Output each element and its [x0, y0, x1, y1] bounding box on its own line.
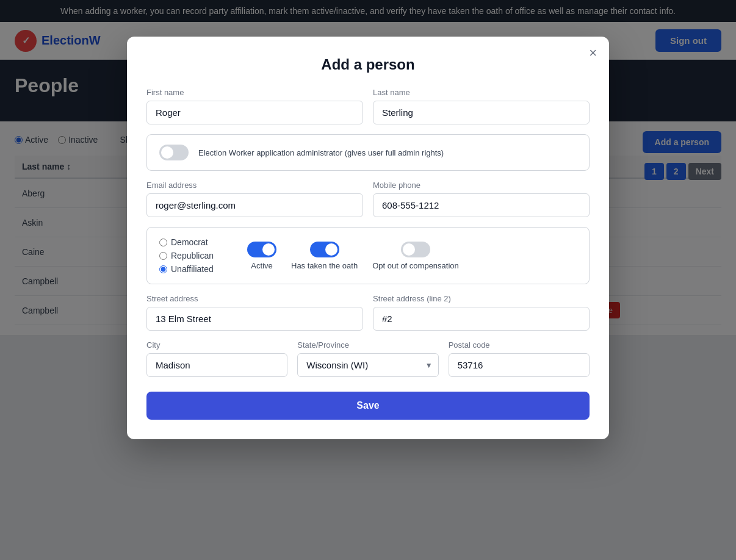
- admin-toggle-label: Election Worker application administrato…: [198, 148, 444, 157]
- email-group: Email address: [146, 181, 363, 217]
- save-button[interactable]: Save: [146, 392, 590, 420]
- phone-group: Mobile phone: [373, 181, 590, 217]
- active-label: Active: [251, 261, 272, 270]
- oath-toggle[interactable]: [310, 242, 339, 257]
- oath-toggle-group: Has taken the oath: [291, 242, 358, 270]
- postal-input[interactable]: [449, 353, 590, 377]
- modal-title: Add a person: [146, 56, 590, 73]
- admin-toggle-box: Election Worker application administrato…: [146, 134, 590, 171]
- democrat-option[interactable]: Democrat: [159, 237, 233, 247]
- optout-toggle[interactable]: [401, 242, 430, 257]
- city-state-row: City State/Province ▼ Postal code: [146, 340, 590, 377]
- city-label: City: [146, 340, 287, 350]
- state-input[interactable]: [297, 353, 438, 377]
- options-box: Democrat Republican Unaffiliated Active: [146, 227, 590, 284]
- postal-group: Postal code: [449, 340, 590, 377]
- street2-group: Street address (line 2): [373, 294, 590, 331]
- admin-toggle[interactable]: [159, 145, 189, 160]
- street-group: Street address: [146, 294, 363, 331]
- street2-label: Street address (line 2): [373, 294, 590, 303]
- name-row: First name Last name: [146, 88, 590, 124]
- street-label: Street address: [146, 294, 363, 303]
- street-input[interactable]: [146, 307, 363, 331]
- last-name-input[interactable]: [373, 101, 590, 124]
- active-toggle-group: Active: [247, 242, 276, 270]
- state-label: State/Province: [297, 340, 438, 350]
- first-name-label: First name: [146, 88, 363, 97]
- unaffiliated-option[interactable]: Unaffiliated: [159, 264, 233, 274]
- street2-input[interactable]: [373, 307, 590, 331]
- address-row: Street address Street address (line 2): [146, 294, 590, 331]
- postal-label: Postal code: [449, 340, 590, 350]
- party-group: Democrat Republican Unaffiliated: [159, 237, 233, 274]
- phone-input[interactable]: [373, 193, 590, 217]
- first-name-input[interactable]: [146, 101, 363, 124]
- phone-label: Mobile phone: [373, 181, 590, 190]
- last-name-group: Last name: [373, 88, 590, 124]
- state-group: State/Province ▼: [297, 340, 438, 377]
- add-person-modal: × Add a person First name Last name Elec…: [127, 37, 609, 439]
- last-name-label: Last name: [373, 88, 590, 97]
- contact-row: Email address Mobile phone: [146, 181, 590, 217]
- close-modal-button[interactable]: ×: [589, 46, 597, 60]
- state-input-wrap: ▼: [297, 353, 438, 377]
- city-group: City: [146, 340, 287, 377]
- first-name-group: First name: [146, 88, 363, 124]
- email-label: Email address: [146, 181, 363, 190]
- email-input[interactable]: [146, 193, 363, 217]
- city-input[interactable]: [146, 353, 287, 377]
- optout-label: Opt out of compensation: [372, 261, 459, 270]
- active-toggle[interactable]: [247, 242, 276, 257]
- republican-option[interactable]: Republican: [159, 251, 233, 260]
- modal-overlay: × Add a person First name Last name Elec…: [0, 0, 736, 560]
- optout-toggle-group: Opt out of compensation: [372, 242, 459, 270]
- oath-label: Has taken the oath: [291, 261, 358, 270]
